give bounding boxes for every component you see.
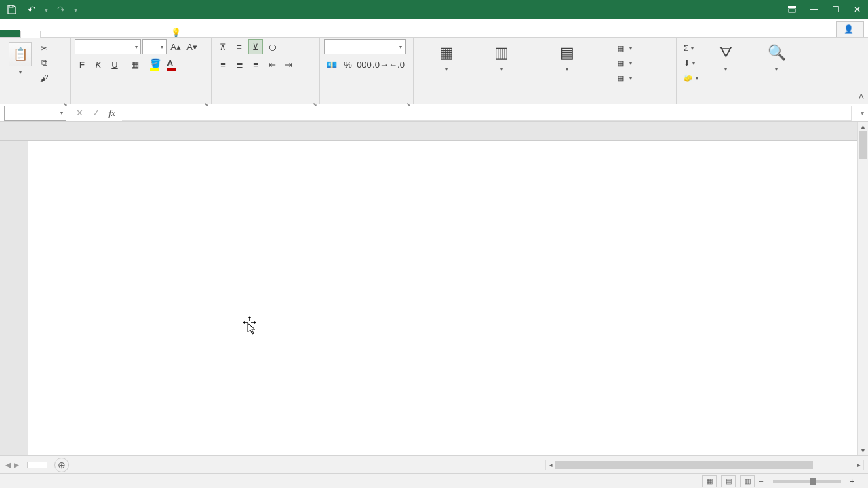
cells-format-button[interactable]: ▦▾ [614, 70, 635, 85]
paste-button[interactable]: 📋 ▾ [4, 39, 37, 78]
align-center-icon[interactable]: ≣ [232, 57, 247, 72]
cells-delete-button[interactable]: ▦▾ [614, 56, 635, 70]
cell-styles-button[interactable]: ▤ ▾ [528, 39, 606, 75]
borders-icon[interactable]: ▦ [127, 57, 142, 72]
caret-icon[interactable]: ▾ [45, 6, 48, 14]
row-headers[interactable] [0, 141, 28, 455]
fill-color-icon[interactable]: 🪣 [148, 57, 163, 72]
accounting-format-icon[interactable]: 💶 [324, 57, 339, 72]
group-editing: Σ▾ ⬇▾ 🧽▾ ᗊ ▾ 🔍 ▾ [677, 38, 812, 104]
scroll-right-icon[interactable]: ▸ [854, 462, 863, 468]
maximize-icon[interactable]: ☐ [825, 0, 846, 19]
clear-button[interactable]: 🧽▾ [681, 70, 701, 85]
sheet-next-icon[interactable]: ▸ [14, 458, 19, 471]
formula-input[interactable] [122, 106, 852, 121]
launcher-icon[interactable]: ⬊ [313, 102, 317, 108]
page-layout-view-icon[interactable]: ▤ [721, 475, 736, 487]
cancel-formula-icon[interactable]: ✕ [72, 106, 87, 121]
expand-formula-bar-icon[interactable]: ▾ [856, 109, 868, 117]
tab-data[interactable] [102, 30, 122, 37]
page-break-view-icon[interactable]: ▥ [740, 475, 755, 487]
align-right-icon[interactable]: ≡ [248, 57, 263, 72]
enter-formula-icon[interactable]: ✓ [88, 106, 103, 121]
format-painter-icon[interactable]: 🖌 [37, 70, 52, 85]
sheet-tab-bar: ◂▸ ⊕ ◂ ▸ [0, 455, 868, 473]
horizontal-scrollbar[interactable]: ◂ ▸ [545, 460, 864, 470]
align-middle-icon[interactable]: ≡ [232, 39, 247, 54]
increase-font-icon[interactable]: A▴ [168, 39, 183, 54]
sort-filter-button[interactable]: ᗊ ▾ [701, 39, 750, 75]
tab-file[interactable] [0, 30, 20, 37]
tab-insert[interactable] [41, 30, 61, 37]
decrease-font-icon[interactable]: A▾ [184, 39, 199, 54]
close-icon[interactable]: ✕ [846, 0, 868, 19]
cut-icon[interactable]: ✂ [37, 41, 52, 56]
qat-customize-icon[interactable]: ▾ [74, 6, 77, 14]
number-format-select[interactable]: ▾ [324, 39, 406, 54]
underline-button[interactable]: U [107, 57, 122, 72]
tab-view[interactable] [142, 30, 163, 37]
collapse-ribbon-icon[interactable]: ᐱ [859, 92, 864, 101]
italic-button[interactable]: K [91, 57, 106, 72]
copy-icon[interactable]: ⧉ [37, 56, 52, 70]
launcher-icon[interactable]: ⬊ [204, 102, 209, 108]
zoom-slider[interactable] [773, 480, 841, 483]
bold-button[interactable]: F [75, 57, 90, 72]
zoom-out-icon[interactable]: − [759, 477, 763, 485]
tellme-search[interactable]: 💡 [163, 28, 185, 37]
sheet-nav[interactable]: ◂▸ [0, 458, 24, 471]
decrease-decimal-icon[interactable]: ←.0 [389, 57, 404, 72]
align-left-icon[interactable]: ≡ [216, 57, 231, 72]
sheet-tab[interactable] [27, 462, 47, 468]
tab-review[interactable] [122, 30, 142, 37]
conditional-formatting-button[interactable]: ▦ ▾ [418, 39, 475, 75]
sheet-prev-icon[interactable]: ◂ [5, 458, 11, 471]
scroll-left-icon[interactable]: ◂ [546, 462, 555, 468]
spreadsheet-grid[interactable]: ▲ ▼ [0, 122, 868, 455]
increase-decimal-icon[interactable]: .0→ [373, 57, 388, 72]
scroll-down-icon[interactable]: ▼ [858, 446, 868, 455]
autosum-button[interactable]: Σ▾ [681, 41, 701, 56]
font-name-select[interactable]: ▾ [75, 39, 141, 54]
minimize-icon[interactable]: ― [803, 0, 825, 19]
select-all-corner[interactable] [0, 122, 28, 141]
normal-view-icon[interactable]: ▦ [702, 475, 717, 487]
font-size-select[interactable]: ▾ [142, 39, 167, 54]
zoom-in-icon[interactable]: + [850, 477, 854, 485]
launcher-icon[interactable]: ⬊ [63, 102, 68, 108]
cells-insert-button[interactable]: ▦▾ [614, 41, 635, 56]
find-select-button[interactable]: 🔍 ▾ [750, 39, 803, 75]
fill-button[interactable]: ⬇▾ [681, 56, 701, 70]
format-as-table-button[interactable]: ▥ ▾ [475, 39, 528, 75]
launcher-icon[interactable]: ⬊ [406, 102, 411, 108]
quick-access-toolbar: ↶ ▾ ↷ ▾ [0, 2, 77, 17]
align-top-icon[interactable]: ⊼ [216, 39, 231, 54]
scrollbar-thumb[interactable] [555, 461, 813, 469]
name-box[interactable]: ▾ [4, 106, 66, 121]
share-button[interactable]: 👤 [836, 21, 864, 37]
font-color-icon[interactable]: A [164, 57, 179, 72]
tab-formulas[interactable] [81, 30, 102, 37]
cells-area[interactable] [28, 141, 857, 455]
column-headers[interactable] [28, 122, 857, 141]
clipboard-icon: 📋 [9, 42, 32, 66]
group-font: ▾ ▾ A▴ A▾ F K U ▦ 🪣 A ⬊ [71, 38, 212, 104]
vertical-scrollbar[interactable]: ▲ ▼ [857, 122, 868, 455]
increase-indent-icon[interactable]: ⇥ [281, 57, 296, 72]
scroll-up-icon[interactable]: ▲ [858, 122, 868, 131]
undo-icon[interactable]: ↶ [24, 2, 39, 17]
percent-icon[interactable]: % [340, 57, 355, 72]
signin-link[interactable] [821, 26, 835, 32]
redo-icon[interactable]: ↷ [54, 2, 68, 17]
tab-home[interactable] [20, 30, 41, 38]
scrollbar-thumb[interactable] [859, 131, 867, 159]
add-sheet-icon[interactable]: ⊕ [54, 458, 69, 472]
orientation-icon[interactable]: ⭮ [264, 39, 279, 54]
comma-style-icon[interactable]: 000 [357, 57, 372, 72]
align-bottom-icon[interactable]: ⊻ [248, 39, 263, 54]
save-icon[interactable] [4, 2, 19, 17]
decrease-indent-icon[interactable]: ⇤ [264, 57, 279, 72]
fx-icon[interactable]: fx [104, 106, 119, 121]
tab-layout[interactable] [61, 30, 81, 37]
ribbon-options-icon[interactable] [781, 0, 803, 19]
